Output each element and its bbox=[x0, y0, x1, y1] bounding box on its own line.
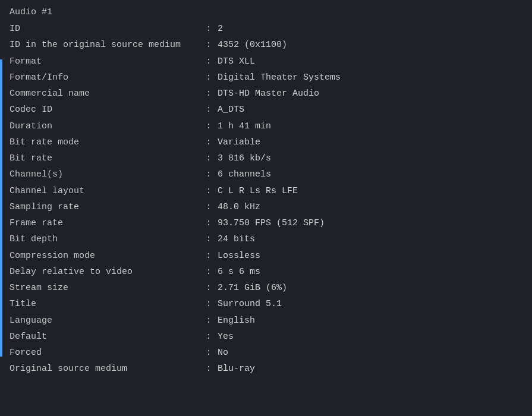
row-label: Channel(s) bbox=[10, 166, 200, 182]
row-label: Commercial name bbox=[10, 86, 200, 102]
row-separator: : bbox=[200, 53, 218, 70]
row-value: A_DTS bbox=[218, 102, 522, 118]
row-separator: : bbox=[200, 313, 218, 329]
row-label: Delay relative to video bbox=[10, 264, 200, 280]
row-separator: : bbox=[200, 70, 218, 86]
row-value: 2 bbox=[218, 21, 522, 37]
row-separator: : bbox=[200, 361, 218, 377]
row-label: Title bbox=[10, 296, 200, 312]
row-label: ID in the original source medium bbox=[10, 37, 200, 53]
row-separator: : bbox=[200, 329, 218, 345]
table-row: Duration: 1 h 41 min bbox=[10, 118, 522, 134]
row-separator: : bbox=[200, 21, 218, 37]
row-label: Duration bbox=[10, 118, 200, 134]
table-row: Commercial name: DTS-HD Master Audio bbox=[10, 86, 522, 102]
table-row: Default: Yes bbox=[10, 329, 522, 345]
row-separator: : bbox=[200, 166, 218, 182]
row-separator: : bbox=[200, 345, 218, 361]
table-row: Channel layout: C L R Ls Rs LFE bbox=[10, 183, 522, 199]
row-label: Stream size bbox=[10, 280, 200, 296]
table-row: Bit rate mode: Variable bbox=[10, 134, 522, 150]
row-separator: : bbox=[200, 296, 218, 312]
row-label: Default bbox=[10, 329, 200, 345]
table-row: Forced: No bbox=[10, 345, 522, 361]
row-value: DTS-HD Master Audio bbox=[218, 86, 522, 102]
row-value: No bbox=[218, 345, 522, 361]
row-value: 6 s 6 ms bbox=[218, 264, 522, 280]
row-value: 24 bits bbox=[218, 231, 522, 247]
row-value: English bbox=[218, 313, 522, 329]
row-label: Bit rate bbox=[10, 150, 200, 166]
row-label: Bit rate mode bbox=[10, 134, 200, 150]
row-label: Codec ID bbox=[10, 102, 200, 118]
row-value: 93.750 FPS (512 SPF) bbox=[218, 215, 522, 231]
row-label: Forced bbox=[10, 345, 200, 361]
row-label: Frame rate bbox=[10, 215, 200, 231]
table-row: Language: English bbox=[10, 313, 522, 329]
row-label: Format bbox=[10, 53, 200, 70]
row-value: Variable bbox=[218, 134, 522, 150]
row-value: 4352 (0x1100) bbox=[218, 37, 522, 53]
row-value: Yes bbox=[218, 329, 522, 345]
row-label: Format/Info bbox=[10, 70, 200, 86]
row-value: C L R Ls Rs LFE bbox=[218, 183, 522, 199]
table-row: Stream size: 2.71 GiB (6%) bbox=[10, 280, 522, 296]
row-value: DTS XLL bbox=[218, 53, 522, 70]
row-label: Original source medium bbox=[10, 361, 200, 377]
row-value: Surround 5.1 bbox=[218, 296, 522, 312]
row-label: Language bbox=[10, 313, 200, 329]
row-separator: : bbox=[200, 37, 218, 53]
row-value: 2.71 GiB (6%) bbox=[218, 280, 522, 296]
section-title: Audio #1 bbox=[10, 7, 522, 17]
table-row: Codec ID: A_DTS bbox=[10, 102, 522, 118]
row-separator: : bbox=[200, 231, 218, 247]
left-accent-bar bbox=[0, 59, 2, 357]
info-table: ID: 2ID in the original source medium: 4… bbox=[10, 21, 522, 377]
table-row: Sampling rate: 48.0 kHz bbox=[10, 199, 522, 215]
section-header: Audio #1 bbox=[10, 7, 522, 17]
row-separator: : bbox=[200, 248, 218, 264]
row-value: Lossless bbox=[218, 248, 522, 264]
table-row: Bit depth: 24 bits bbox=[10, 231, 522, 247]
row-separator: : bbox=[200, 118, 218, 134]
row-label: Sampling rate bbox=[10, 199, 200, 215]
row-label: Bit depth bbox=[10, 231, 200, 247]
table-row: ID in the original source medium: 4352 (… bbox=[10, 37, 522, 53]
table-row: Compression mode: Lossless bbox=[10, 248, 522, 264]
row-separator: : bbox=[200, 183, 218, 199]
row-separator: : bbox=[200, 102, 218, 118]
table-row: Bit rate: 3 816 kb/s bbox=[10, 150, 522, 166]
row-label: Channel layout bbox=[10, 183, 200, 199]
table-row: Title: Surround 5.1 bbox=[10, 296, 522, 312]
table-row: Delay relative to video: 6 s 6 ms bbox=[10, 264, 522, 280]
table-row: Format/Info: Digital Theater Systems bbox=[10, 70, 522, 86]
row-value: Blu-ray bbox=[218, 361, 522, 377]
row-value: 48.0 kHz bbox=[218, 199, 522, 215]
row-separator: : bbox=[200, 264, 218, 280]
table-row: ID: 2 bbox=[10, 21, 522, 37]
row-value: 3 816 kb/s bbox=[218, 150, 522, 166]
row-separator: : bbox=[200, 150, 218, 166]
row-separator: : bbox=[200, 86, 218, 102]
row-label: Compression mode bbox=[10, 248, 200, 264]
table-row: Original source medium: Blu-ray bbox=[10, 361, 522, 377]
row-value: Digital Theater Systems bbox=[218, 70, 522, 86]
row-separator: : bbox=[200, 280, 218, 296]
row-label: ID bbox=[10, 21, 200, 37]
table-row: Frame rate: 93.750 FPS (512 SPF) bbox=[10, 215, 522, 231]
row-value: 1 h 41 min bbox=[218, 118, 522, 134]
row-separator: : bbox=[200, 215, 218, 231]
row-value: 6 channels bbox=[218, 166, 522, 182]
table-row: Channel(s): 6 channels bbox=[10, 166, 522, 182]
row-separator: : bbox=[200, 134, 218, 150]
row-separator: : bbox=[200, 199, 218, 215]
table-row: Format: DTS XLL bbox=[10, 53, 522, 70]
